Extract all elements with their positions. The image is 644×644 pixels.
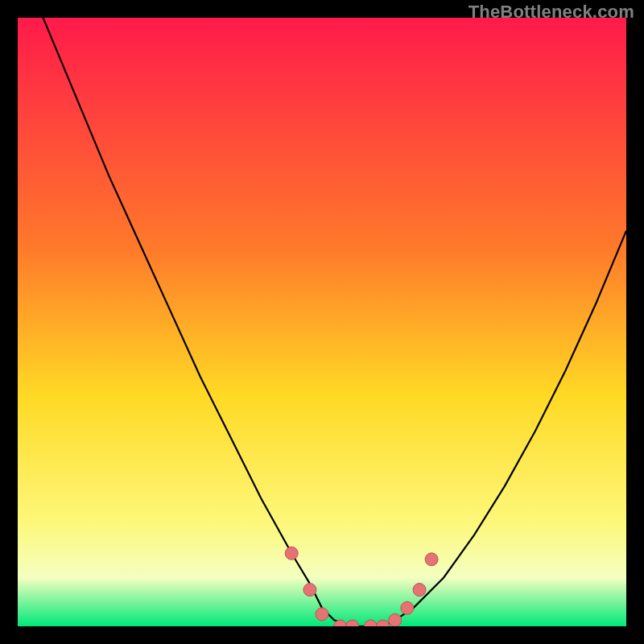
curve-marker (285, 547, 298, 559)
plot-area (18, 18, 626, 626)
curve-marker (316, 608, 328, 621)
gradient-background (18, 18, 626, 626)
curve-marker (303, 584, 316, 597)
chart-svg (18, 18, 626, 626)
chart-frame: TheBottleneck.com (0, 0, 644, 644)
curve-marker (425, 553, 438, 566)
watermark-text: TheBottleneck.com (469, 2, 634, 23)
curve-marker (389, 613, 402, 626)
curve-marker (401, 601, 414, 614)
curve-marker (413, 584, 426, 597)
